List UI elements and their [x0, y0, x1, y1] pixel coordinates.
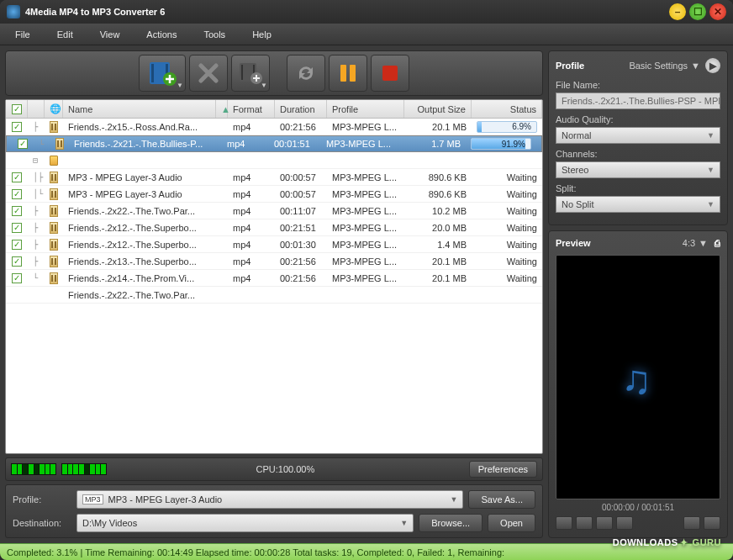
- row-checkbox[interactable]: ✓: [12, 172, 22, 182]
- preview-viewport[interactable]: [556, 255, 720, 499]
- cpu-bar: CPU:100.00% Preferences: [5, 457, 543, 481]
- channels-select[interactable]: Stereo▼: [556, 161, 720, 178]
- menu-help[interactable]: Help: [244, 29, 290, 40]
- menu-tools[interactable]: Tools: [195, 29, 244, 40]
- row-duration: 00:11:07: [275, 203, 327, 219]
- app-logo-icon: [7, 5, 20, 18]
- close-button[interactable]: ✕: [709, 3, 726, 20]
- profile-combo[interactable]: MP3 MP3 - MPEG Layer-3 Audio ▼: [76, 490, 463, 509]
- row-duration: [275, 287, 327, 303]
- mp3-badge-icon: MP3: [82, 494, 103, 505]
- pause-button[interactable]: [329, 55, 367, 92]
- table-row[interactable]: ✓├Friends.-.2x15.-.Ross.And.Ra...mp400:2…: [6, 119, 542, 135]
- row-status: 6.9%: [472, 119, 542, 135]
- file-rows[interactable]: ✓├Friends.-.2x15.-.Ross.And.Ra...mp400:2…: [6, 119, 542, 453]
- row-name: Friends.-.2x14.-.The.Prom.Vi...: [63, 270, 216, 286]
- table-row[interactable]: ✓│├MP3 - MPEG Layer-3 Audiomp400:00:57MP…: [6, 169, 542, 186]
- aspect-ratio-link[interactable]: 4:3▼: [683, 238, 708, 248]
- quality-select[interactable]: Normal▼: [556, 127, 720, 144]
- preferences-button[interactable]: Preferences: [469, 461, 537, 478]
- row-checkbox[interactable]: ✓: [12, 206, 22, 216]
- row-name: Friends.-.2x12.-.The.Superbo...: [63, 236, 216, 252]
- menu-actions[interactable]: Actions: [138, 29, 195, 40]
- sort-asc-icon[interactable]: ▲: [216, 100, 228, 118]
- row-checkbox[interactable]: ✓: [12, 223, 22, 233]
- browse-button[interactable]: Browse...: [419, 514, 483, 532]
- file-icon: [50, 272, 58, 284]
- row-checkbox[interactable]: ✓: [12, 240, 22, 250]
- column-headers: ✓ 🌐 Name ▲ Format Duration Profile Outpu…: [6, 100, 542, 119]
- col-duration[interactable]: Duration: [275, 100, 327, 118]
- table-row[interactable]: ✓├Friends.-.2x13.-.The.Superbo...mp400:2…: [6, 253, 542, 270]
- destination-label: Destination:: [13, 518, 71, 528]
- row-duration: 00:21:56: [275, 253, 327, 269]
- filename-field[interactable]: Friends.-.2x21.-.The.Bullies-PSP - MPEG: [556, 92, 720, 109]
- dropdown-arrow-icon: ▼: [261, 82, 267, 89]
- row-name: Friends.-.2x15.-.Ross.And.Ra...: [63, 119, 216, 135]
- split-select[interactable]: No Split▼: [556, 196, 720, 213]
- menu-view[interactable]: View: [92, 29, 139, 40]
- row-checkbox[interactable]: ✓: [12, 189, 22, 199]
- col-name[interactable]: Name: [63, 100, 216, 118]
- table-row[interactable]: ✓└Friends.-.2x21.-.The.Bullies-P...mp400…: [6, 135, 542, 152]
- row-checkbox[interactable]: ✓: [12, 273, 22, 283]
- add-file-button[interactable]: ▼: [139, 55, 186, 92]
- row-size: 890.6 KB: [404, 169, 472, 185]
- col-format[interactable]: Format: [228, 100, 275, 118]
- table-row[interactable]: ✓└Friends.-.2x14.-.The.Prom.Vi...mp400:2…: [6, 270, 542, 287]
- pv-stop-button[interactable]: [596, 516, 613, 530]
- snapshot-icon[interactable]: ⎙: [715, 238, 720, 248]
- add-profile-button[interactable]: ▼: [231, 55, 270, 92]
- delete-button[interactable]: [189, 55, 228, 92]
- convert-button[interactable]: [287, 55, 325, 92]
- row-name: MP3 - MPEG Layer-3 Audio: [63, 169, 216, 185]
- row-status: Waiting: [472, 219, 542, 235]
- table-row[interactable]: ✓├Friends.-.2x12.-.The.Superbo...mp400:0…: [6, 236, 542, 253]
- col-check[interactable]: ✓: [6, 100, 28, 118]
- row-profile: MP3-MPEG L...: [327, 219, 404, 235]
- row-checkbox[interactable]: ✓: [12, 256, 22, 267]
- pv-vol-button[interactable]: [683, 516, 700, 530]
- row-format: [228, 152, 275, 168]
- row-checkbox[interactable]: ✓: [18, 139, 28, 149]
- table-row[interactable]: ✓│└MP3 - MPEG Layer-3 Audiomp400:00:57MP…: [6, 186, 542, 203]
- stop-icon: [382, 65, 398, 82]
- x-icon: [198, 62, 219, 84]
- pv-next-button[interactable]: [616, 516, 633, 530]
- svg-rect-5: [241, 65, 243, 80]
- col-profile[interactable]: Profile: [327, 100, 404, 118]
- save-as-button[interactable]: Save As...: [468, 490, 535, 509]
- row-duration: 00:21:56: [275, 270, 327, 286]
- stop-button[interactable]: [371, 55, 409, 92]
- table-row[interactable]: ✓├Friends.-.2x22.-.The.Two.Par...mp400:1…: [6, 203, 542, 219]
- pv-prev-button[interactable]: [556, 516, 572, 530]
- basic-settings-link[interactable]: Basic Settings▼: [629, 61, 700, 71]
- row-checkbox[interactable]: ✓: [12, 122, 22, 132]
- maximize-button[interactable]: ☐: [689, 3, 706, 20]
- row-profile: MP3-MPEG L...: [327, 119, 404, 135]
- row-profile: [327, 152, 404, 168]
- row-name: Friends.-.2x13.-.The.Superbo...: [63, 253, 216, 269]
- table-row[interactable]: Friends.-.2x22.-.The.Two.Par...: [6, 287, 542, 304]
- open-button[interactable]: Open: [488, 514, 535, 532]
- row-profile: MP3-MPEG L...: [327, 270, 404, 286]
- table-row[interactable]: ⊟: [6, 152, 542, 169]
- row-duration: 00:01:51: [269, 136, 321, 151]
- row-format: mp4: [228, 219, 275, 235]
- row-status: [472, 287, 542, 303]
- destination-combo[interactable]: D:\My Videos ▼: [76, 514, 414, 532]
- pv-full-button[interactable]: [704, 516, 720, 530]
- row-profile: MP3-MPEG L...: [321, 136, 398, 151]
- pv-play-button[interactable]: [576, 516, 593, 530]
- row-name: [63, 152, 216, 168]
- table-row[interactable]: ✓├Friends.-.2x12.-.The.Superbo...mp400:2…: [6, 219, 542, 236]
- col-globe-icon[interactable]: 🌐: [45, 100, 63, 118]
- row-name: Friends.-.2x22.-.The.Two.Par...: [63, 203, 216, 219]
- col-size[interactable]: Output Size: [404, 100, 472, 118]
- menu-edit[interactable]: Edit: [49, 29, 92, 40]
- menu-file[interactable]: File: [7, 29, 49, 40]
- minimize-button[interactable]: –: [669, 3, 686, 20]
- row-duration: [275, 152, 327, 168]
- play-round-button[interactable]: ▶: [705, 58, 720, 73]
- col-status[interactable]: Status: [472, 100, 542, 118]
